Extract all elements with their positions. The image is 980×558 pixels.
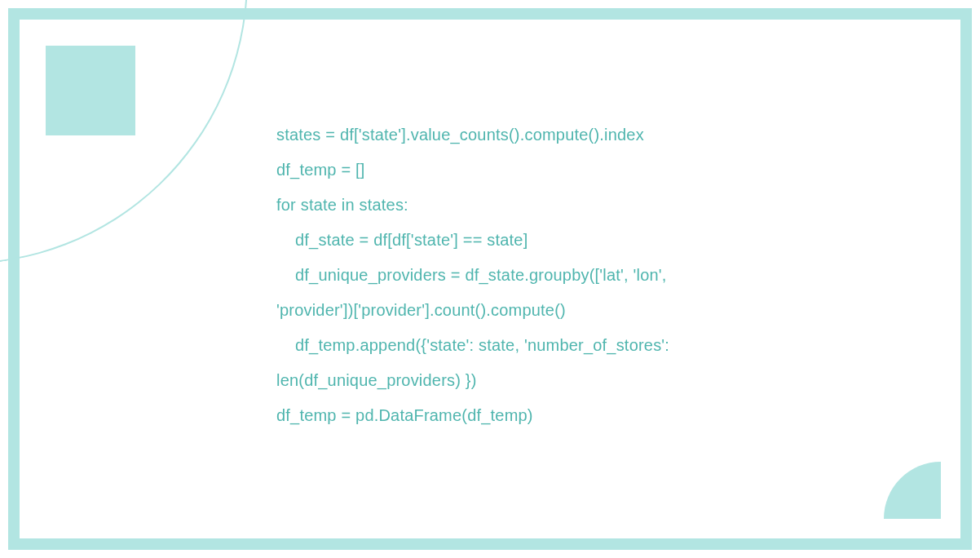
corner-quarter-circle	[884, 462, 941, 519]
decorative-square	[46, 46, 135, 135]
slide-border: states = df['state'].value_counts().comp…	[8, 8, 972, 550]
code-line: df_unique_providers = df_state.groupby([…	[276, 266, 671, 319]
code-content: states = df['state'].value_counts().comp…	[276, 117, 733, 433]
code-line: df_temp.append({'state': state, 'number_…	[276, 336, 674, 389]
code-line: df_state = df[df['state'] == state]	[276, 231, 528, 249]
code-line: states = df['state'].value_counts().comp…	[276, 126, 644, 144]
decorative-arc	[0, 0, 293, 309]
code-line: for state in states:	[276, 196, 408, 214]
code-line: df_temp = pd.DataFrame(df_temp)	[276, 406, 533, 424]
code-line: df_temp = []	[276, 161, 365, 179]
